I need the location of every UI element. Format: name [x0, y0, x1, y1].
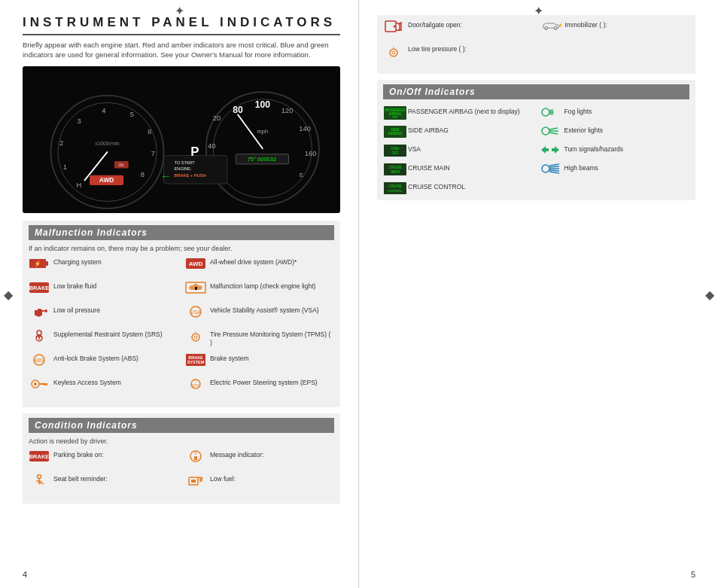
awd-label: All-wheel drive system (AWD)*	[210, 257, 297, 267]
svg-rect-77	[191, 480, 196, 483]
seatbelt-icon	[29, 474, 50, 487]
svg-text:1: 1	[63, 163, 67, 171]
svg-line-99	[549, 128, 558, 129]
svg-text:2: 2	[59, 139, 63, 146]
onoff-cruise-main: CRUISE MAIN CRUISE MAIN	[383, 160, 534, 177]
svg-marker-106	[552, 146, 559, 154]
svg-point-98	[542, 127, 549, 135]
fuel-label: Low fuel:	[210, 474, 236, 483]
svg-text:VSA: VSA	[391, 146, 399, 151]
exterior-lights-icon	[540, 124, 561, 138]
condition-fuel: Low fuel:	[185, 474, 334, 495]
svg-text:!: !	[393, 45, 394, 50]
svg-line-111	[549, 164, 559, 166]
tpms2-icon: !	[383, 44, 404, 57]
svg-text:CONTROL: CONTROL	[388, 189, 403, 193]
malfunction-subtext: If an indicator remains on, there may be…	[29, 245, 334, 252]
onoff-header: On/Off Indicators	[383, 84, 689, 99]
svg-marker-105	[541, 146, 549, 154]
cruise-main-label: CRUISE MAIN	[408, 164, 450, 172]
engine-icon	[185, 281, 206, 294]
indicator-engine: Malfunction lamp (check engine light)	[185, 281, 334, 302]
svg-point-52	[37, 331, 41, 335]
svg-point-91	[542, 108, 549, 116]
side-airbag-icon: SIDE AIRBAG	[383, 124, 404, 138]
svg-text:OIL: OIL	[119, 163, 125, 166]
indicator-tpms2: ! Low tire pressure ( ):	[383, 44, 533, 65]
abs-icon: ABS	[29, 353, 50, 367]
svg-line-101	[549, 133, 558, 134]
onoff-cruise-control: CRUISE CONTROL CRUISE CONTROL	[383, 179, 534, 196]
indicator-immobilizer: 🔑 Immobilizer ( ):	[540, 20, 690, 41]
svg-text:140: 140	[299, 124, 311, 132]
malfunction-grid: ⚡ Charging system AWD All-wheel drive sy…	[29, 257, 334, 398]
svg-text:EPS: EPS	[192, 383, 200, 388]
engine-label: Malfunction lamp (check engine light)	[210, 281, 315, 291]
fog-lights-icon	[540, 105, 561, 119]
parking-brake-icon: BRAKE	[29, 449, 50, 463]
nav-left-middle: ◆	[4, 287, 13, 301]
svg-line-115	[549, 172, 559, 173]
svg-text:ENGINE:: ENGINE:	[175, 166, 193, 171]
svg-text:40: 40	[208, 142, 215, 150]
indicator-srs: Supplemental Restraint System (SRS)	[29, 329, 178, 350]
indicator-vsa: VSA Vehicle Stability Assist® system (VS…	[185, 305, 334, 326]
condition-section: Condition Indicators Action is needed by…	[23, 413, 340, 504]
onoff-section: On/Off Indicators PASSENGER AIRBAG OFF P…	[377, 80, 695, 200]
svg-rect-31	[164, 155, 227, 184]
vsa-off-label: VSA	[408, 145, 421, 154]
nav-top-right: ✦	[534, 4, 543, 18]
indicator-oil: Low oil pressure	[29, 305, 178, 326]
brake-system-icon: BRAKE SYSTEM	[185, 353, 206, 367]
fuel-icon	[185, 474, 206, 487]
indicator-awd: AWD All-wheel drive system (AWD)*	[185, 257, 334, 278]
onoff-fog: Fog lights	[540, 104, 690, 120]
onoff-grid: PASSENGER AIRBAG OFF PASSENGER AIRBAG (n…	[383, 104, 689, 196]
parking-label: Parking brake on:	[53, 449, 104, 459]
right-malfunction-section: Door/tailgate open: 🔑 Immobilizer ( ):	[377, 15, 695, 74]
svg-text:OFF: OFF	[392, 151, 399, 155]
page-number-right: 5	[691, 570, 695, 579]
battery-icon: ⚡	[29, 257, 50, 270]
highbeam-icon	[540, 162, 561, 175]
keyless-label: Keyless Access System	[53, 377, 121, 387]
charging-label: Charging system	[53, 257, 102, 267]
tpms-label: Tire Pressure Monitoring System (TPMS) (…	[210, 329, 334, 347]
svg-text:BRAKE + PUSH: BRAKE + PUSH	[175, 172, 206, 177]
svg-line-114	[549, 170, 559, 171]
tpms-icon: !	[185, 329, 206, 343]
svg-text:160: 160	[305, 149, 317, 157]
svg-point-80	[394, 26, 396, 28]
onoff-side-airbag: SIDE AIRBAG SIDE AIRBAG	[383, 123, 534, 139]
indicator-abs: ABS Anti-lock Brake System (ABS)	[29, 353, 178, 374]
svg-text:VSA: VSA	[190, 309, 201, 315]
brake-fluid-icon: BRAKE	[29, 281, 50, 294]
condition-seatbelt: Seat belt reminder:	[29, 474, 178, 495]
immobilizer-icon: 🔑	[540, 20, 561, 33]
svg-text:TO START: TO START	[175, 160, 196, 164]
svg-text:🔑: 🔑	[558, 20, 561, 27]
malfunction-header: Malfunction Indicators	[29, 225, 334, 240]
page-number-left: 4	[23, 570, 27, 579]
svg-text:CRUISE: CRUISE	[388, 184, 401, 188]
seatbelt-label: Seat belt reminder:	[53, 474, 108, 483]
svg-text:BRAKE: BRAKE	[29, 285, 50, 291]
srs-label: Supplemental Restraint System (SRS)	[53, 329, 163, 339]
onoff-hazard: Turn signals/hazards	[540, 142, 690, 158]
side-airbag-label: SIDE AIRBAG	[408, 126, 449, 135]
page-subtitle: Briefly appear with each engine start. R…	[23, 40, 340, 60]
svg-text:ABS: ABS	[34, 358, 44, 363]
svg-text:4: 4	[102, 107, 105, 114]
fog-label: Fog lights	[564, 108, 592, 116]
svg-text:H: H	[77, 181, 82, 188]
svg-text:100: 100	[255, 99, 271, 109]
condition-subtext: Action is needed by driver.	[29, 437, 334, 445]
door-icon	[383, 20, 404, 33]
nav-right-middle: ◆	[705, 287, 714, 301]
right-page: ✦ ◆ Door/tailgate open:	[359, 0, 718, 588]
abs-label: Anti-lock Brake System (ABS)	[53, 353, 138, 363]
oil-icon	[29, 305, 50, 318]
svg-point-49	[44, 309, 47, 312]
onoff-highbeam: High beams	[540, 160, 690, 177]
exterior-label: Exterior lights	[564, 126, 604, 135]
